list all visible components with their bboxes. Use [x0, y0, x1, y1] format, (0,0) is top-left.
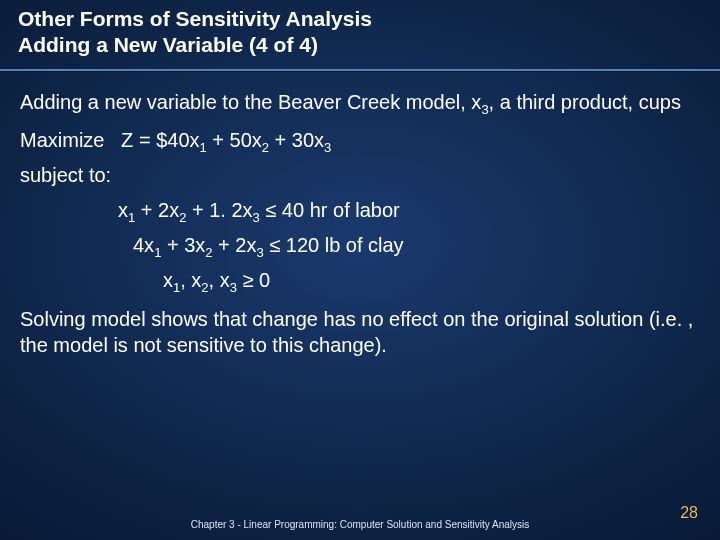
constraints-block: x1 + 2x2 + 1. 2x3 ≤ 40 hr of labor 4x1 +… — [20, 199, 700, 292]
constraint-labor: x1 + 2x2 + 1. 2x3 ≤ 40 hr of labor — [20, 199, 700, 222]
constraint-nonneg: x1, x2, x3 ≥ 0 — [20, 269, 700, 292]
objective-function: Maximize Z = $40x1 + 50x2 + 30x3 — [20, 129, 700, 152]
slide-body: Adding a new variable to the Beaver Cree… — [0, 71, 720, 358]
constraint-clay: 4x1 + 3x2 + 2x3 ≤ 120 lb of clay — [20, 234, 700, 257]
title-line-2: Adding a New Variable (4 of 4) — [18, 32, 702, 58]
slide-header: Other Forms of Sensitivity Analysis Addi… — [0, 0, 720, 67]
intro-text: Adding a new variable to the Beaver Cree… — [20, 89, 700, 115]
title-line-1: Other Forms of Sensitivity Analysis — [18, 6, 702, 32]
footer-chapter: Chapter 3 - Linear Programming: Computer… — [0, 519, 720, 530]
conclusion-text: Solving model shows that change has no e… — [20, 306, 700, 358]
page-number: 28 — [680, 504, 698, 522]
subject-to-label: subject to: — [20, 164, 700, 187]
